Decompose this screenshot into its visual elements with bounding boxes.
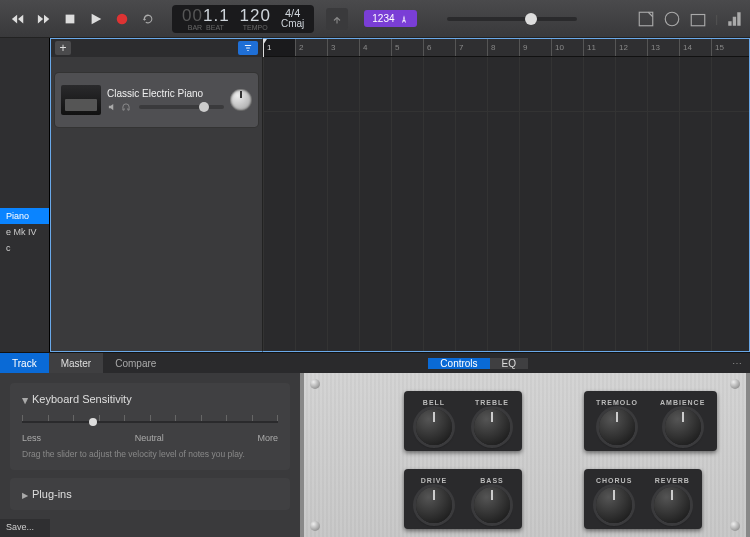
knob-tremolo[interactable]: [599, 409, 635, 445]
lcd-key: Cmaj: [281, 19, 304, 29]
lcd-bar-value: 1: [203, 6, 213, 25]
ruler-bar[interactable]: 5: [391, 39, 423, 56]
sensitivity-slider[interactable]: [22, 415, 278, 429]
ruler-bar[interactable]: 8: [487, 39, 519, 56]
master-volume-slider[interactable]: [447, 17, 577, 21]
lcd-display[interactable]: 001.1 BAR BEAT 120 TEMPO 4/4 Cmaj: [172, 5, 314, 33]
headphones-icon[interactable]: [121, 102, 131, 112]
library-item[interactable]: e Mk IV: [0, 224, 49, 240]
screw-icon: [730, 521, 740, 531]
rewind-button[interactable]: [6, 7, 30, 31]
plugins-title: Plug-ins: [32, 488, 72, 500]
disclosure-icon[interactable]: ▶: [21, 398, 30, 404]
library-item[interactable]: c: [0, 240, 49, 256]
knob-drive[interactable]: [416, 487, 452, 523]
lcd-dim-prefix: 00: [182, 6, 203, 25]
track-instrument-icon: [61, 85, 101, 115]
record-button[interactable]: [110, 7, 134, 31]
svg-point-1: [117, 13, 128, 24]
svg-rect-4: [691, 14, 705, 25]
stop-button[interactable]: [58, 7, 82, 31]
ruler-bar[interactable]: 12: [615, 39, 647, 56]
tab-track[interactable]: Track: [0, 353, 49, 373]
count-in-button[interactable]: 1234: [364, 10, 416, 27]
instrument-panel: BELL TREBLE TREMOLO AMBIENCE DRIVE BASS …: [300, 373, 750, 537]
knob-group-tone2: DRIVE BASS: [404, 469, 522, 529]
notepad-icon[interactable]: [637, 10, 655, 28]
disclosure-icon[interactable]: ▶: [22, 491, 28, 500]
ruler-bar[interactable]: 14: [679, 39, 711, 56]
forward-button[interactable]: [32, 7, 56, 31]
inspector-panel: ▶Keyboard Sensitivity Less Neutral More …: [0, 373, 300, 537]
svg-point-3: [665, 12, 679, 26]
knob-treble[interactable]: [474, 409, 510, 445]
track-header[interactable]: Classic Electric Piano: [55, 73, 258, 127]
tracks-panel: + Classic Electric Piano: [50, 38, 263, 352]
tuner-button[interactable]: [326, 8, 348, 30]
tab-eq[interactable]: EQ: [490, 358, 528, 369]
ruler-bar[interactable]: 7: [455, 39, 487, 56]
media-browser-icon[interactable]: [689, 10, 707, 28]
library-sidebar: Pianoe Mk IVc: [0, 38, 50, 352]
cycle-button[interactable]: [136, 7, 160, 31]
knob-chorus[interactable]: [596, 487, 632, 523]
knob-group-fx2: CHORUS REVERB: [584, 469, 702, 529]
screw-icon: [730, 379, 740, 389]
ruler-bar[interactable]: 3: [327, 39, 359, 56]
toolbar: 001.1 BAR BEAT 120 TEMPO 4/4 Cmaj 1234 |: [0, 0, 750, 38]
screw-icon: [310, 379, 320, 389]
svg-rect-0: [66, 14, 75, 23]
track-volume-slider[interactable]: [139, 105, 224, 109]
knob-bass[interactable]: [474, 487, 510, 523]
smart-controls-editor: Track Master Compare Controls EQ ⋯ ▶Keyb…: [0, 352, 750, 537]
lcd-beat-value: 1: [219, 6, 229, 25]
add-track-button[interactable]: +: [55, 41, 71, 55]
expand-icon[interactable]: ⋯: [724, 358, 750, 369]
tab-compare[interactable]: Compare: [103, 353, 168, 373]
ruler-bar[interactable]: 13: [647, 39, 679, 56]
ruler-bar[interactable]: 11: [583, 39, 615, 56]
ruler-bar[interactable]: 2: [295, 39, 327, 56]
knob-reverb[interactable]: [654, 487, 690, 523]
sens-label-less: Less: [22, 433, 41, 443]
plugins-panel[interactable]: ▶Plug-ins: [10, 478, 290, 510]
track-name: Classic Electric Piano: [107, 88, 224, 99]
tab-controls[interactable]: Controls: [428, 358, 489, 369]
save-button[interactable]: Save...: [0, 519, 50, 537]
knob-group-tone: BELL TREBLE: [404, 391, 522, 451]
lcd-tempo: 120: [240, 7, 271, 24]
ruler-bar[interactable]: 1: [263, 39, 295, 56]
track-pan-knob[interactable]: [230, 89, 252, 111]
tab-master[interactable]: Master: [49, 353, 104, 373]
track-filter-button[interactable]: [238, 41, 258, 55]
toolbar-right: |: [637, 10, 744, 28]
mute-icon[interactable]: [107, 102, 117, 112]
play-button[interactable]: [84, 7, 108, 31]
transport-controls: [6, 7, 160, 31]
sens-label-neutral: Neutral: [135, 433, 164, 443]
ruler[interactable]: 123456789101112131415: [263, 39, 749, 57]
ruler-bar[interactable]: 9: [519, 39, 551, 56]
ruler-bar[interactable]: 15: [711, 39, 743, 56]
ruler-bar[interactable]: 10: [551, 39, 583, 56]
editors-icon[interactable]: [726, 10, 744, 28]
knob-ambience[interactable]: [665, 409, 701, 445]
library-item[interactable]: Piano: [0, 208, 49, 224]
ruler-bar[interactable]: 6: [423, 39, 455, 56]
editor-tab-bar: Track Master Compare Controls EQ ⋯: [0, 353, 750, 373]
timeline[interactable]: 123456789101112131415: [263, 38, 750, 352]
screw-icon: [310, 521, 320, 531]
sens-help-text: Drag the slider to adjust the velocity l…: [22, 449, 278, 460]
knob-bell[interactable]: [416, 409, 452, 445]
keyboard-sensitivity-panel: ▶Keyboard Sensitivity Less Neutral More …: [10, 383, 290, 470]
sens-label-more: More: [257, 433, 278, 443]
knob-group-fx: TREMOLO AMBIENCE: [584, 391, 717, 451]
ruler-bar[interactable]: 4: [359, 39, 391, 56]
sensitivity-title: Keyboard Sensitivity: [32, 393, 132, 405]
loop-browser-icon[interactable]: [663, 10, 681, 28]
